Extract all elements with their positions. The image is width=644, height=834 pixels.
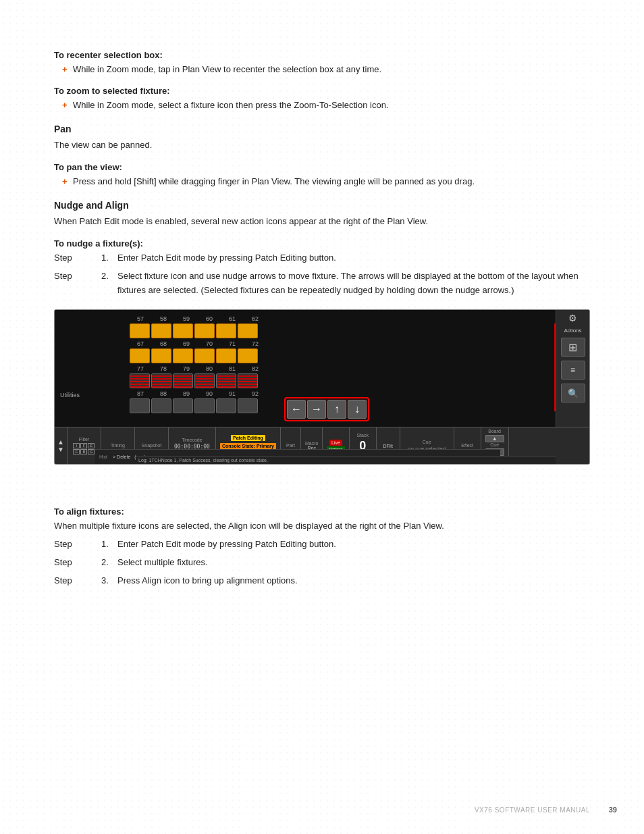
align-step2-num: 2. (101, 556, 117, 570)
fixture-row-1 (129, 323, 267, 339)
bullet-plus-icon3: + (62, 175, 69, 188)
fix-num-80: 80 (198, 365, 221, 372)
arrow-right-btn[interactable]: → (307, 400, 326, 419)
filter-i: I (73, 443, 80, 448)
bullet-plus-icon: + (62, 63, 69, 76)
hist-down-arrow[interactable]: ▼ (57, 446, 64, 453)
align-step1-num: 1. (101, 538, 117, 552)
recenter-bullet: + While in Zoom mode, tap in Plan View t… (62, 63, 590, 76)
fix-num-90: 90 (198, 390, 221, 397)
fixture-grid: 57 58 59 60 61 62 (129, 315, 267, 415)
align-step2-label: Step (54, 556, 101, 570)
filter-g: G (88, 449, 95, 454)
align-step1: Step 1. Enter Patch Edit mode by pressin… (54, 538, 590, 552)
row1-numbers: 57 58 59 60 61 62 (129, 315, 267, 322)
fixture-79[interactable] (173, 373, 193, 388)
patch-editing-badge[interactable]: Patch Editing (231, 435, 265, 441)
arrow-left-btn[interactable]: ← (287, 400, 306, 419)
recenter-bullet-text: While in Zoom mode, tap in Plan View to … (73, 63, 381, 76)
hist-up-arrow[interactable]: ▲ (57, 438, 64, 446)
fix-num-82: 82 (244, 365, 267, 372)
filter-label: Filter (79, 437, 90, 442)
manual-label: VX76 SOFTWARE USER MANUAL (475, 806, 590, 814)
fixture-90[interactable] (194, 398, 215, 413)
board-label: Board (488, 429, 501, 434)
gear-icon[interactable]: ⚙ (568, 313, 577, 323)
fix-num-77: 77 (129, 365, 152, 372)
arrow-up-btn[interactable]: ↑ (327, 400, 346, 419)
fixture-91[interactable] (216, 398, 236, 413)
align-step2-text: Select multiple fixtures. (117, 556, 590, 570)
fixture-89[interactable] (173, 398, 193, 413)
fixture-row-3 (129, 373, 267, 389)
align-step1-label: Step (54, 538, 101, 552)
fix-num-58: 58 (152, 315, 175, 322)
step2-num: 2. (101, 269, 117, 298)
fix-num-92: 92 (244, 390, 267, 397)
fix-num-72: 72 (244, 340, 267, 347)
fix-num-71: 71 (221, 340, 244, 347)
fixture-81[interactable] (216, 373, 236, 388)
fix-num-78: 78 (152, 365, 175, 372)
fixture-57[interactable] (130, 323, 150, 338)
fixture-70[interactable] (194, 348, 215, 363)
delete-cmd: > Delete (113, 454, 130, 459)
align-heading: To align fixtures: (54, 506, 590, 517)
hist-label: Hist (99, 454, 107, 459)
zoom-heading: To zoom to selected fixture: (54, 86, 590, 96)
zoom-bullet-text: While in Zoom mode, select a fixture ico… (73, 99, 389, 112)
fixture-72[interactable] (238, 348, 258, 363)
step1-num: 1. (101, 251, 117, 265)
fixture-77[interactable] (130, 373, 150, 388)
fixture-62[interactable] (238, 323, 258, 338)
patch-add-icon[interactable]: ⊞ (561, 338, 585, 357)
align-step3-num: 3. (101, 574, 117, 588)
fixture-92[interactable] (238, 398, 258, 413)
fixture-61[interactable] (216, 323, 236, 338)
fixture-87[interactable] (130, 398, 150, 413)
recenter-heading: To recenter selection box: (54, 50, 590, 60)
live-badge[interactable]: Live (329, 440, 342, 446)
fixture-68[interactable] (151, 348, 171, 363)
fix-num-69: 69 (175, 340, 198, 347)
fixture-69[interactable] (173, 348, 193, 363)
timing-label: Timing (111, 443, 125, 448)
filter-c: C (73, 449, 80, 454)
fixture-58[interactable] (151, 323, 171, 338)
fixture-67[interactable] (130, 348, 150, 363)
row2-numbers: 67 68 69 70 71 72 (129, 340, 267, 347)
search-icon[interactable]: 🔍 (561, 384, 585, 402)
screenshot-container: Utilities 57 58 59 60 61 62 (54, 309, 590, 465)
nudge-body: When Patch Edit mode is enabled, several… (54, 215, 590, 229)
fixture-60[interactable] (194, 323, 215, 338)
cue-btn-label: Cue (490, 442, 499, 447)
align-icon[interactable]: ≡ (561, 361, 585, 380)
fixture-59[interactable] (173, 323, 193, 338)
fix-num-68: 68 (152, 340, 175, 347)
page-number: 39 (609, 806, 617, 814)
fix-num-91: 91 (221, 390, 244, 397)
timecode-label: Timecode (182, 438, 202, 442)
page-content: To recenter selection box: + While in Zo… (0, 0, 644, 633)
fix-num-89: 89 (175, 390, 198, 397)
plan-view-area: Utilities 57 58 59 60 61 62 (55, 310, 589, 427)
effect-label: Effect (461, 443, 473, 448)
align-step3-text: Press Align icon to bring up alignment o… (117, 574, 590, 588)
board-up-btn[interactable]: ▲ (485, 435, 504, 442)
right-sidebar: ⚙ Actions ⊞ ≡ 🔍 (556, 310, 589, 427)
step1-text: Enter Patch Edit mode by pressing Patch … (117, 251, 590, 265)
fix-num-59: 59 (175, 315, 198, 322)
filter-b: B (80, 449, 87, 454)
fixture-80[interactable] (194, 373, 215, 388)
fixture-row-4 (129, 398, 267, 414)
align-step3: Step 3. Press Align icon to bring up ali… (54, 574, 590, 588)
fixture-88[interactable] (151, 398, 171, 413)
fixture-82[interactable] (238, 373, 258, 388)
fixture-71[interactable] (216, 348, 236, 363)
console-state-text: Console State: (222, 444, 255, 448)
arrow-down-btn[interactable]: ↓ (348, 400, 367, 419)
nav-arrows: ← → ↑ ↓ (284, 397, 369, 421)
filter-f: F (80, 443, 87, 448)
align-step2: Step 2. Select multiple fixtures. (54, 556, 590, 570)
fixture-78[interactable] (151, 373, 171, 388)
